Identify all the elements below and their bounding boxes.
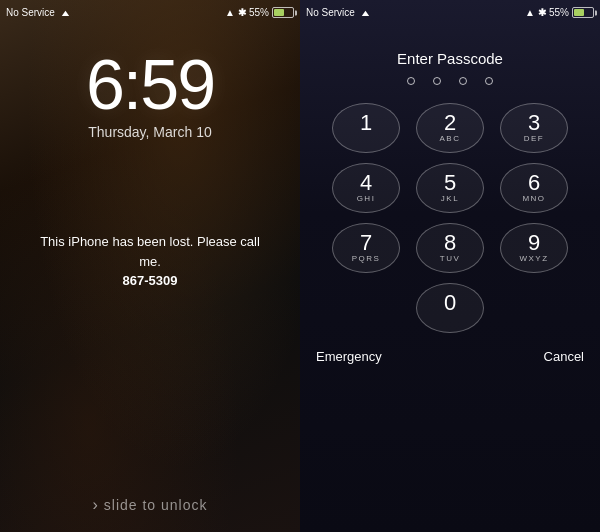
key-1-letters — [364, 134, 368, 144]
key-3[interactable]: 3 DEF — [500, 103, 568, 153]
slide-text: slide to unlock — [104, 497, 208, 513]
keypad-row-3: 7 PQRS 8 TUV 9 WXYZ — [332, 223, 568, 273]
key-2-number: 2 — [444, 112, 456, 134]
battery-icon-left — [272, 7, 294, 18]
bluetooth-icon-right: ✱ — [538, 7, 546, 18]
lost-message-line2: me. — [40, 252, 260, 272]
key-9[interactable]: 9 WXYZ — [500, 223, 568, 273]
lost-message-phone: 867-5309 — [40, 271, 260, 291]
battery-percent-left: 55% — [249, 7, 269, 18]
status-right-left: ▲ ✱ 55% — [225, 7, 294, 18]
key-6[interactable]: 6 MNO — [500, 163, 568, 213]
lock-date: Thursday, March 10 — [88, 124, 211, 140]
passcode-screen: No Service ▲ ✱ 55% Enter Passcode 1 — [300, 0, 600, 532]
emergency-button[interactable]: Emergency — [316, 349, 382, 364]
key-1[interactable]: 1 — [332, 103, 400, 153]
passcode-dot-4 — [485, 77, 493, 85]
passcode-dot-3 — [459, 77, 467, 85]
battery-icon-right — [572, 7, 594, 18]
key-3-number: 3 — [528, 112, 540, 134]
key-8-letters: TUV — [440, 254, 461, 264]
status-right-right: ▲ ✱ 55% — [525, 7, 594, 18]
key-8-number: 8 — [444, 232, 456, 254]
key-2-letters: ABC — [440, 134, 461, 144]
key-0[interactable]: 0 — [416, 283, 484, 333]
key-0-letters — [448, 314, 452, 324]
lock-screen: No Service ▲ ✱ 55% 6:59 Thursday, March … — [0, 0, 300, 532]
keypad-row-2: 4 GHI 5 JKL 6 MNO — [332, 163, 568, 213]
cancel-button[interactable]: Cancel — [544, 349, 584, 364]
key-6-letters: MNO — [522, 194, 545, 204]
lost-message-container: This iPhone has been lost. Please call m… — [22, 220, 278, 303]
key-8[interactable]: 8 TUV — [416, 223, 484, 273]
key-4[interactable]: 4 GHI — [332, 163, 400, 213]
key-7-letters: PQRS — [352, 254, 381, 264]
passcode-dots — [407, 77, 493, 85]
key-9-letters: WXYZ — [519, 254, 548, 264]
status-right-left2: No Service — [306, 7, 373, 18]
bluetooth-icon-left: ✱ — [238, 7, 246, 18]
key-7[interactable]: 7 PQRS — [332, 223, 400, 273]
no-service-label-right: No Service — [306, 7, 355, 18]
key-7-number: 7 — [360, 232, 372, 254]
key-9-number: 9 — [528, 232, 540, 254]
passcode-dot-1 — [407, 77, 415, 85]
key-6-number: 6 — [528, 172, 540, 194]
key-3-letters: DEF — [524, 134, 545, 144]
wifi-icon-left — [59, 8, 73, 18]
slide-chevron-icon: › — [92, 496, 97, 514]
keypad-row-4: 0 — [416, 283, 484, 333]
key-0-number: 0 — [444, 292, 456, 314]
location-icon-right: ▲ — [525, 7, 535, 18]
passcode-dot-2 — [433, 77, 441, 85]
key-5-number: 5 — [444, 172, 456, 194]
passcode-footer: Emergency Cancel — [300, 349, 600, 364]
status-bar-right: No Service ▲ ✱ 55% — [300, 0, 600, 22]
battery-percent-right: 55% — [549, 7, 569, 18]
status-left: No Service — [6, 7, 73, 18]
passcode-title: Enter Passcode — [397, 50, 503, 67]
key-4-number: 4 — [360, 172, 372, 194]
no-service-label-left: No Service — [6, 7, 55, 18]
key-5[interactable]: 5 JKL — [416, 163, 484, 213]
slide-to-unlock[interactable]: › slide to unlock — [0, 496, 300, 514]
key-4-letters: GHI — [357, 194, 376, 204]
lost-message-line1: This iPhone has been lost. Please call — [40, 232, 260, 252]
key-5-letters: JKL — [441, 194, 459, 204]
key-2[interactable]: 2 ABC — [416, 103, 484, 153]
location-icon-left: ▲ — [225, 7, 235, 18]
wifi-icon-right — [359, 8, 373, 18]
key-1-number: 1 — [360, 112, 372, 134]
keypad: 1 2 ABC 3 DEF 4 GHI 5 JKL 6 — [332, 103, 568, 333]
status-bar-left: No Service ▲ ✱ 55% — [0, 0, 300, 22]
lock-time: 6:59 — [86, 50, 214, 120]
keypad-row-1: 1 2 ABC 3 DEF — [332, 103, 568, 153]
